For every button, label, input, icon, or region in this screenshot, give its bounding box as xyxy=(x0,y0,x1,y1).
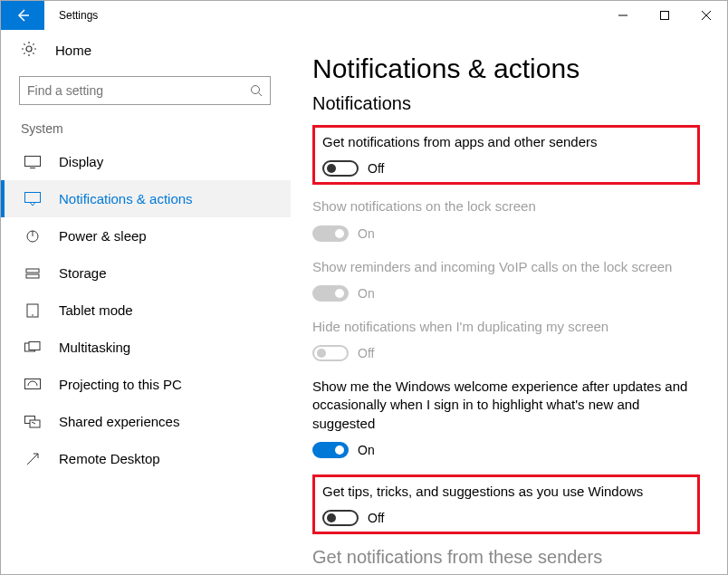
toggle-state: On xyxy=(358,226,375,241)
toggle-get-notifications[interactable] xyxy=(322,160,359,177)
shared-icon xyxy=(24,416,41,428)
home-label: Home xyxy=(55,43,91,58)
search-field[interactable] xyxy=(27,83,250,98)
setting-lock-screen: Show notifications on the lock screen On xyxy=(312,197,700,241)
setting-label: Show notifications on the lock screen xyxy=(312,197,700,216)
highlight-box-2: Get tips, tricks, and suggestions as you… xyxy=(312,474,700,534)
multitasking-icon xyxy=(24,341,41,354)
back-button[interactable] xyxy=(1,1,44,30)
sidebar-item-power[interactable]: Power & sleep xyxy=(1,217,291,254)
svg-rect-0 xyxy=(661,12,669,20)
arrow-left-icon xyxy=(15,8,30,23)
highlight-box-1: Get notifications from apps and other se… xyxy=(312,125,700,185)
sidebar-item-label: Projecting to this PC xyxy=(59,377,182,392)
svg-point-9 xyxy=(32,314,34,316)
minimize-icon xyxy=(618,11,627,20)
sidebar-item-storage[interactable]: Storage xyxy=(1,254,291,292)
toggle-lock-screen xyxy=(312,225,349,242)
sidebar-item-label: Display xyxy=(59,154,103,169)
svg-rect-4 xyxy=(25,192,41,202)
search-input[interactable] xyxy=(19,76,271,105)
toggle-state: Off xyxy=(368,161,384,176)
close-button[interactable] xyxy=(685,1,727,30)
svg-point-1 xyxy=(26,46,32,52)
sidebar-item-label: Remote Desktop xyxy=(59,451,160,466)
remote-icon xyxy=(24,452,41,466)
section-title: Notifications xyxy=(312,93,700,114)
sidebar-item-display[interactable]: Display xyxy=(1,143,291,180)
sidebar-item-multitasking[interactable]: Multitasking xyxy=(1,329,291,366)
minimize-button[interactable] xyxy=(602,1,644,30)
titlebar: Settings xyxy=(1,1,727,30)
sidebar-item-tablet[interactable]: Tablet mode xyxy=(1,292,291,329)
close-icon xyxy=(702,11,711,20)
window-title: Settings xyxy=(59,9,98,22)
svg-rect-6 xyxy=(26,269,39,273)
toggle-welcome-experience[interactable] xyxy=(312,442,349,458)
sidebar-item-label: Shared experiences xyxy=(59,414,179,429)
setting-get-notifications: Get notifications from apps and other se… xyxy=(322,133,690,177)
toggle-reminders-voip xyxy=(312,285,349,302)
setting-label: Show reminders and incoming VoIP calls o… xyxy=(312,258,700,276)
toggle-state: Off xyxy=(358,346,374,360)
sidebar: Home System Display Notifications & acti… xyxy=(1,30,291,574)
svg-rect-3 xyxy=(25,156,41,166)
sidebar-item-label: Storage xyxy=(59,265,107,281)
toggle-tips-tricks[interactable] xyxy=(322,510,359,526)
projecting-icon xyxy=(24,379,41,391)
window-controls xyxy=(602,1,727,30)
gear-icon xyxy=(21,41,37,60)
sidebar-item-notifications[interactable]: Notifications & actions xyxy=(1,180,291,217)
setting-label: Get notifications from apps and other se… xyxy=(322,133,690,151)
main-content: Notifications & actions Notifications Ge… xyxy=(291,30,727,574)
search-icon xyxy=(250,84,263,97)
sidebar-item-label: Multitasking xyxy=(59,340,130,355)
display-icon xyxy=(24,156,41,168)
setting-tips-tricks: Get tips, tricks, and suggestions as you… xyxy=(322,483,690,526)
svg-rect-11 xyxy=(29,341,40,350)
home-link[interactable]: Home xyxy=(1,30,291,67)
toggle-state: On xyxy=(358,286,375,301)
setting-reminders-voip: Show reminders and incoming VoIP calls o… xyxy=(312,258,700,302)
storage-icon xyxy=(24,266,41,281)
sidebar-item-projecting[interactable]: Projecting to this PC xyxy=(1,366,291,403)
maximize-icon xyxy=(660,11,669,20)
toggle-state: On xyxy=(358,443,375,457)
page-title: Notifications & actions xyxy=(312,53,700,84)
setting-hide-duplicating: Hide notifications when I'm duplicating … xyxy=(312,318,700,361)
toggle-hide-duplicating xyxy=(312,345,349,361)
svg-rect-7 xyxy=(26,274,39,278)
setting-label: Get tips, tricks, and suggestions as you… xyxy=(322,483,690,501)
sidebar-item-label: Power & sleep xyxy=(59,228,147,244)
setting-label: Show me the Windows welcome experience a… xyxy=(312,378,700,433)
setting-welcome-experience: Show me the Windows welcome experience a… xyxy=(312,378,700,458)
next-section-heading: Get notifications from these senders xyxy=(312,547,700,568)
sidebar-item-label: Tablet mode xyxy=(59,302,133,318)
sidebar-item-label: Notifications & actions xyxy=(59,191,193,206)
toggle-state: Off xyxy=(368,511,384,525)
maximize-button[interactable] xyxy=(644,1,685,30)
svg-point-2 xyxy=(252,86,260,94)
svg-rect-12 xyxy=(25,379,41,388)
sidebar-item-remote[interactable]: Remote Desktop xyxy=(1,440,291,477)
power-icon xyxy=(24,229,41,244)
tablet-icon xyxy=(24,303,41,318)
notifications-icon xyxy=(24,192,41,206)
setting-label: Hide notifications when I'm duplicating … xyxy=(312,318,700,336)
sidebar-item-shared[interactable]: Shared experiences xyxy=(1,403,291,440)
category-header: System xyxy=(1,121,291,143)
